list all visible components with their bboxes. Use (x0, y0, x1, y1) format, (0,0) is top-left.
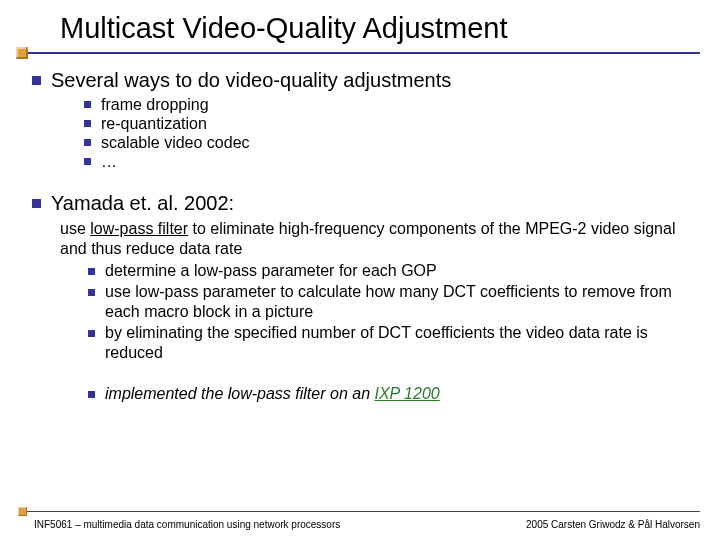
item-text: scalable video codec (101, 134, 250, 151)
list-item: frame dropping (84, 96, 700, 114)
spacer (32, 172, 700, 186)
section-items: frame dropping re-quantization scalable … (84, 96, 700, 171)
bullet-icon (84, 120, 91, 127)
bullet-icon (88, 330, 95, 337)
section-intro: use low-pass filter to eliminate high-fr… (60, 219, 700, 259)
bullet-icon (32, 76, 41, 85)
item-text: re-quantization (101, 115, 207, 132)
item-text: determine a low-pass parameter for each … (105, 261, 437, 281)
lowpass-term: low-pass filter (90, 220, 188, 237)
section-implementation: implemented the low-pass filter on an IX… (88, 384, 700, 404)
list-item: use low-pass parameter to calculate how … (88, 282, 700, 322)
title-underline (18, 52, 700, 54)
list-item: by eliminating the specified number of D… (88, 323, 700, 363)
bullet-icon (84, 101, 91, 108)
list-item: re-quantization (84, 115, 700, 133)
section-heading-text: Several ways to do video-quality adjustm… (51, 69, 451, 91)
bullet-icon (88, 289, 95, 296)
list-item: … (84, 153, 700, 171)
title-ornament-icon (16, 47, 28, 59)
section-heading: Several ways to do video-quality adjustm… (32, 69, 700, 92)
list-item: determine a low-pass parameter for each … (88, 261, 700, 281)
section-heading: Yamada et. al. 2002: (32, 192, 700, 215)
footer-ornament-icon (18, 507, 27, 516)
bullet-icon (32, 199, 41, 208)
intro-text-pre: use (60, 220, 90, 237)
item-text: by eliminating the specified number of D… (105, 323, 700, 363)
ixp-link: IXP 1200 (374, 385, 439, 402)
spacer (32, 364, 700, 382)
impl-line: implemented the low-pass filter on an IX… (105, 384, 440, 404)
slide-title: Multicast Video-Quality Adjustment (60, 12, 720, 45)
bullet-icon (84, 158, 91, 165)
list-item: implemented the low-pass filter on an IX… (88, 384, 700, 404)
footer-left-text: INF5061 – multimedia data communication … (34, 519, 340, 530)
title-area: Multicast Video-Quality Adjustment (0, 0, 720, 45)
footer-right-text: 2005 Carsten Griwodz & Pål Halvorsen (526, 519, 700, 530)
impl-text-pre: implemented the low-pass filter on an (105, 385, 374, 402)
item-text: frame dropping (101, 96, 209, 113)
section-subitems: determine a low-pass parameter for each … (88, 261, 700, 363)
slide: Multicast Video-Quality Adjustment Sever… (0, 0, 720, 540)
section-heading-text: Yamada et. al. 2002: (51, 192, 234, 214)
bullet-icon (84, 139, 91, 146)
bullet-icon (88, 268, 95, 275)
bullet-icon (88, 391, 95, 398)
item-text: use low-pass parameter to calculate how … (105, 282, 700, 322)
slide-body: Several ways to do video-quality adjustm… (0, 45, 720, 404)
item-text: … (101, 153, 117, 170)
list-item: scalable video codec (84, 134, 700, 152)
footer-divider (20, 511, 700, 512)
